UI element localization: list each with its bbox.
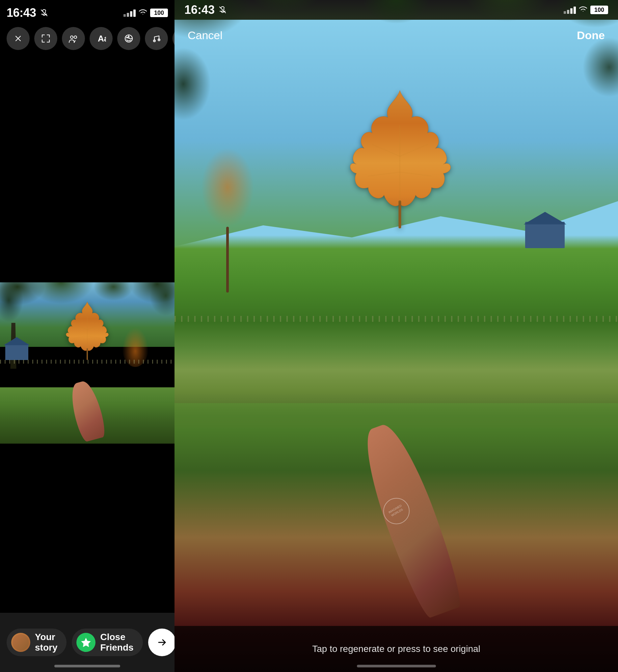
your-story-label: Your story: [35, 632, 57, 653]
signal-bars-right: [564, 6, 576, 14]
dark-spacer-top: [0, 54, 175, 283]
close-friends-icon: [76, 633, 96, 652]
left-time: 16:43: [7, 6, 36, 20]
close-button[interactable]: [7, 27, 30, 50]
arrow-right-icon: [157, 637, 167, 648]
close-friends-button[interactable]: Close Friends: [72, 629, 142, 656]
right-top-nav: Cancel Done: [175, 16, 618, 46]
svg-point-3: [71, 36, 73, 38]
left-photo: [0, 283, 175, 444]
svg-point-4: [74, 36, 77, 38]
svg-line-0: [41, 10, 47, 16]
bell-slash-icon: [39, 8, 49, 17]
cancel-button[interactable]: Cancel: [188, 29, 223, 42]
home-indicator-right: [357, 665, 436, 667]
wifi-icon-right: [579, 6, 588, 13]
signal-bars-left: [123, 9, 136, 17]
svg-point-7: [127, 37, 128, 38]
expand-button[interactable]: [34, 27, 57, 50]
house-right: [525, 222, 565, 248]
right-panel: IMAGINEDWORLDS 16:43 100 Cancel: [175, 0, 618, 672]
house-left: [5, 344, 28, 360]
svg-point-8: [128, 36, 129, 37]
text-button[interactable]: Aa: [90, 27, 113, 50]
done-button[interactable]: Done: [577, 29, 605, 42]
right-bottom-bar: Tap to regenerate or press to see origin…: [175, 626, 618, 672]
fence-right: [175, 316, 618, 322]
svg-line-28: [220, 7, 225, 13]
svg-text:Aa: Aa: [98, 33, 106, 43]
music-button[interactable]: [145, 27, 168, 50]
maple-leaf-left: [51, 295, 123, 364]
battery-icon-right: 100: [590, 6, 608, 14]
battery-icon-left: 100: [150, 9, 168, 17]
top-toolbar: Aa: [0, 23, 175, 54]
left-panel: 16:43 100: [0, 0, 175, 672]
avatar: [11, 633, 30, 652]
tag-people-button[interactable]: [62, 27, 85, 50]
bottom-bar-left: Your story Close Friends: [0, 613, 175, 672]
left-status-bar: 16:43 100: [0, 0, 175, 23]
your-story-button[interactable]: Your story: [7, 629, 67, 656]
left-status-icons: [39, 8, 49, 17]
right-status-icons: [218, 5, 227, 14]
watermark-text: IMAGINEDWORLDS: [388, 504, 404, 518]
svg-marker-20: [82, 639, 90, 646]
close-friends-label: Close Friends: [100, 632, 133, 653]
maple-leaf-right: [314, 81, 485, 245]
bell-slash-icon-right: [218, 5, 227, 14]
regenerate-hint[interactable]: Tap to regenerate or press to see origin…: [312, 644, 480, 654]
right-time: 16:43: [184, 3, 215, 17]
right-status-bar: 16:43 100: [175, 0, 618, 20]
sticker-button[interactable]: [117, 27, 140, 50]
fall-trees-bg-right: [201, 148, 254, 279]
home-indicator-left: [54, 665, 120, 667]
wifi-icon-left: [138, 9, 147, 16]
watermark: IMAGINEDWORLDS: [383, 498, 410, 524]
share-arrow-button[interactable]: [148, 629, 176, 656]
